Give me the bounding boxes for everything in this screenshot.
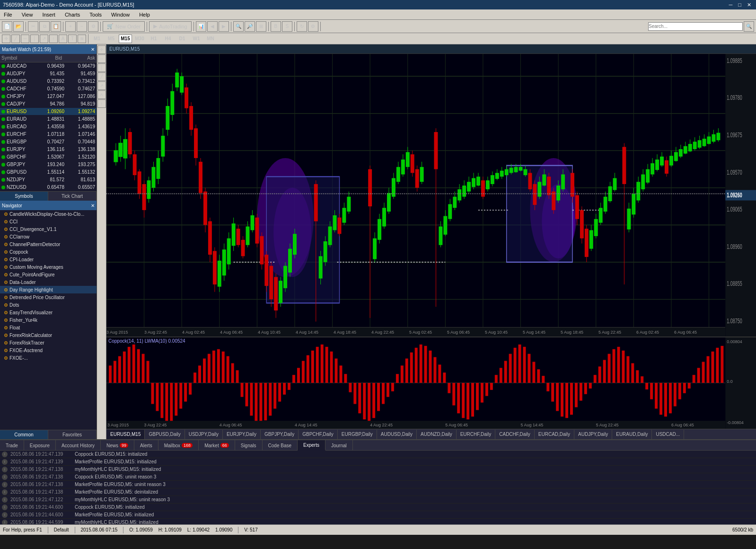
log-row-1[interactable]: i 2015.08.06 19:21:47.139 Coppock EURUSD… (0, 451, 756, 458)
tf-m30[interactable]: M30 (133, 35, 146, 43)
new-order-button[interactable]: 🛒 New Order (103, 21, 145, 32)
crosshair-v-btn[interactable]: ✛ (97, 45, 106, 54)
back-btn[interactable]: ◀ (207, 21, 218, 32)
mw-tab-symbols[interactable]: Symbols (0, 192, 48, 201)
label-btn[interactable]: T (68, 35, 77, 43)
mw-row-gbpchf[interactable]: GBPCHF 1.52067 1.52120 (0, 153, 97, 161)
mw-row-gbpjpy[interactable]: GBPJPY 193.240 193.275 (0, 161, 97, 168)
mw-row-audusd[interactable]: AUDUSD 0.73392 0.73412 (0, 78, 97, 85)
nav-tab-common[interactable]: Common (0, 430, 48, 439)
chart-tab-euraud-daily[interactable]: EURAUD,Daily (612, 430, 652, 439)
menu-charts[interactable]: Charts (63, 11, 82, 18)
nav-item-dataloader[interactable]: ⚙ Data-Loader (0, 278, 97, 286)
nav-item-dots[interactable]: ⚙ Dots (0, 301, 97, 309)
chart-tab-eurcad-daily[interactable]: EURCAD,Daily (535, 430, 574, 439)
zoom-b-btn[interactable]: 🔎 (245, 21, 255, 32)
menu-window[interactable]: Window (109, 11, 132, 18)
chart-tab-eurjpy-daily[interactable]: EURJPY,Daily (223, 430, 261, 439)
menu-file[interactable]: File (2, 11, 14, 18)
chart-tab-eurusd-m15[interactable]: EURUSD,M15 (106, 430, 145, 439)
forward-btn[interactable]: ▶ (219, 21, 229, 32)
tf-d1[interactable]: D1 (176, 35, 189, 43)
refresh-btn[interactable]: ↻ (297, 21, 307, 32)
log-row-6[interactable]: i 2015.08.06 19:21:47.138 MarketProfile … (0, 488, 756, 496)
nav-item-dayrange[interactable]: ⚙ Day Range Highlight (0, 286, 97, 293)
chart-tab-gbpusd-daily[interactable]: GBPUSD,Daily (145, 430, 185, 439)
nav-tab-favorites[interactable]: Favorites (48, 430, 97, 439)
mw-row-eurusd[interactable]: EURUSD 1.09260 1.09274 (0, 108, 97, 115)
term-tab-journal[interactable]: Journal (325, 440, 353, 451)
navigator-close[interactable]: ✕ (91, 203, 95, 208)
chart-tab-audjpy-daily[interactable]: AUDJPY,Daily (574, 430, 612, 439)
nav-item-candlewicksdisplay[interactable]: ⚙ CandleWicksDisplay-Close-to-Clo... (0, 210, 97, 218)
tf-h1[interactable]: H1 (147, 35, 160, 43)
chart-tab-eurgbp-daily[interactable]: EURGBP,Daily (338, 430, 377, 439)
arrow-v-btn[interactable]: ↑ (97, 99, 106, 108)
search-btn[interactable]: 🔍 (744, 21, 754, 32)
nav-item-easytrendviz[interactable]: ⚙ EasyTrendVisualizer (0, 309, 97, 316)
chart-tab-audusd-daily[interactable]: AUDUSD,Daily (377, 430, 417, 439)
nav-item-cpiloader[interactable]: ⚙ CPI-Loader (0, 256, 97, 263)
menu-help[interactable]: Help (137, 11, 152, 18)
log-row-8[interactable]: i 2015.08.06 19:21:44.600 Coppock EURUSD… (0, 504, 756, 511)
term-tab-signals[interactable]: Signals (235, 440, 263, 451)
chart-tab-cadchf-daily[interactable]: CADCHF,Daily (495, 430, 535, 439)
zoom-in-btn[interactable]: + (65, 21, 76, 32)
vline-v-btn[interactable]: │ (97, 63, 106, 72)
term-tab-market[interactable]: Market 66 (199, 440, 235, 451)
mw-row-nzdjpy[interactable]: NZDJPY 81.572 81.613 (0, 176, 97, 184)
log-row-5[interactable]: i 2015.08.06 19:21:47.138 MarketProfile … (0, 481, 756, 488)
open-btn[interactable]: 📂 (13, 21, 24, 32)
mw-tab-tickchart[interactable]: Tick Chart (48, 192, 97, 201)
market-watch-close[interactable]: ✕ (91, 47, 95, 52)
mw-row-audcad[interactable]: AUDCAD 0.96439 0.96479 (0, 62, 97, 70)
mw-row-chfjpy[interactable]: CHFJPY 127.047 127.086 (0, 93, 97, 100)
full-btn[interactable]: ⊞ (256, 21, 266, 32)
log-row-10[interactable]: i 2015.08.06 19:21:44.599 myMonthlyHLC E… (0, 519, 756, 524)
crosshair-btn[interactable]: ✛ (2, 35, 10, 43)
ray-btn[interactable]: ↗ (40, 35, 48, 43)
history-btn[interactable]: 📊 (196, 21, 206, 32)
nav-item-cci[interactable]: ⚙ CCI (0, 218, 97, 225)
log-row-7[interactable]: i 2015.08.06 19:21:47.122 myMonthlyHLC E… (0, 496, 756, 504)
nav-item-fisher[interactable]: ⚙ Fisher_Yur4k (0, 316, 97, 324)
properties-btn[interactable]: ⚙ (88, 21, 98, 32)
mw-row-eurchf[interactable]: EURCHF 1.07118 1.07146 (0, 131, 97, 138)
tf-w1[interactable]: W1 (190, 35, 203, 43)
tf-m1[interactable]: M1 (90, 35, 104, 43)
chart-tab-usdjpy-daily[interactable]: USDJPY,Daily (185, 430, 223, 439)
mw-row-eurjpy[interactable]: EURJPY 136.116 136.138 (0, 146, 97, 153)
nav-item-fxoe-more[interactable]: ⚙ FXOE-... (0, 354, 97, 362)
mw-row-cadjpy[interactable]: CADJPY 94.786 94.819 (0, 100, 97, 108)
nav-item-cute-paf[interactable]: ⚙ Cute_PointAndFigure (0, 271, 97, 278)
chart-tab-eurchf-daily[interactable]: EURCHF,Daily (457, 430, 496, 439)
term-tab-trade[interactable]: Trade (0, 440, 24, 451)
hline-btn[interactable]: ─ (21, 35, 29, 43)
menu-tools[interactable]: Tools (88, 11, 104, 18)
term-tab-code-base[interactable]: Code Base (263, 440, 298, 451)
copy-btn[interactable]: ⧉ (39, 21, 50, 32)
mw-row-eurgbp[interactable]: EURGBP 0.70427 0.70448 (0, 138, 97, 146)
term-tab-experts[interactable]: Experts (298, 440, 325, 451)
zoom-a-btn[interactable]: 🔍 (233, 21, 244, 32)
chart-tab-gbpjpy-daily[interactable]: GBPJPY,Daily (261, 430, 299, 439)
mw-row-euraud[interactable]: EURAUD 1.48831 1.48885 (0, 115, 97, 123)
main-chart[interactable]: 1.09885 1.09780 1.09675 1.09570 1.09260 … (106, 54, 756, 336)
log-row-9[interactable]: i 2015.08.06 19:21:44.600 MarketProfile … (0, 511, 756, 519)
tf-m5[interactable]: M5 (105, 35, 118, 43)
hline-v-btn[interactable]: ─ (97, 54, 106, 63)
chart-tab-usdcad[interactable]: USDCAD... (652, 430, 684, 439)
paste-btn[interactable]: 📋 (51, 21, 61, 32)
nav-item-cci-divergence[interactable]: ⚙ CCI_Divergence_V1.1 (0, 225, 97, 233)
fib-btn[interactable]: ≋ (78, 35, 86, 43)
tf-m15[interactable]: M15 (119, 35, 132, 43)
zoom-out-btn[interactable]: − (77, 21, 87, 32)
term-tab-news[interactable]: News 99 (101, 440, 134, 451)
close-btn[interactable]: ✕ (745, 2, 753, 8)
menu-insert[interactable]: Insert (40, 11, 57, 18)
line-btn[interactable]: ╱ (11, 35, 20, 43)
mw-row-audjpy[interactable]: AUDJPY 91.435 91.459 (0, 70, 97, 78)
search-input[interactable] (648, 22, 743, 31)
text-btn[interactable]: A (59, 35, 67, 43)
mw-row-eurcad[interactable]: EURCAD 1.43558 1.43619 (0, 123, 97, 131)
